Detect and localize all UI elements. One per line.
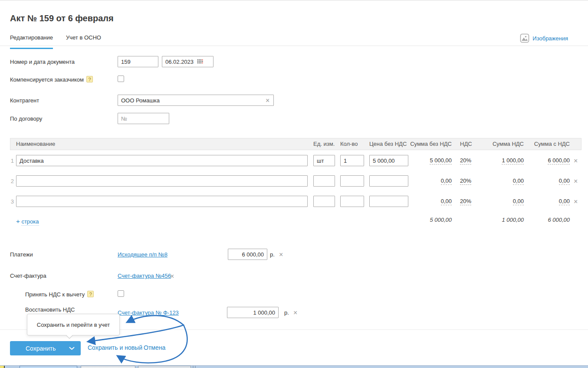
remove-row-icon[interactable]: × bbox=[574, 178, 578, 185]
vat-sum-value[interactable]: 0,00 bbox=[513, 177, 524, 185]
col-header-unit: Ед. изм. bbox=[313, 138, 335, 150]
sum-no-vat-value[interactable]: 0,00 bbox=[441, 198, 452, 205]
vat-deduct-label: Принять НДС к вычету? bbox=[25, 291, 94, 298]
taskbar-start-button[interactable] bbox=[0, 366, 5, 368]
counterparty-input[interactable] bbox=[118, 95, 274, 106]
taskbar-strip bbox=[0, 365, 588, 368]
taskbar-separator bbox=[193, 366, 194, 368]
cancel-link[interactable]: Отмена bbox=[144, 344, 165, 351]
counterparty-label: Контрагент bbox=[10, 97, 39, 104]
sum-with-vat-value[interactable]: 0,00 bbox=[559, 177, 570, 185]
images-button[interactable]: Изображения bbox=[520, 33, 568, 43]
vat-restore-amount-input[interactable] bbox=[227, 307, 279, 318]
add-row-label: строка bbox=[21, 218, 39, 226]
taskbar-separator bbox=[195, 366, 196, 368]
taskbar-app-button[interactable] bbox=[81, 366, 135, 368]
item-unit-input[interactable] bbox=[313, 155, 335, 166]
counterparty-clear-icon[interactable]: × bbox=[266, 97, 269, 104]
sum-no-vat-value[interactable]: 0,00 bbox=[441, 177, 452, 185]
item-price-input[interactable] bbox=[369, 175, 408, 187]
arrow-to-tooltip bbox=[128, 315, 184, 325]
remove-row-icon[interactable]: × bbox=[574, 198, 578, 205]
payments-label: Платежи bbox=[10, 251, 33, 258]
tab-editing[interactable]: Редактирование bbox=[10, 34, 53, 49]
invoice-label: Счет-фактура bbox=[10, 273, 46, 279]
help-icon[interactable]: ? bbox=[86, 76, 93, 82]
taskbar-app-button[interactable] bbox=[20, 366, 77, 368]
total-sum-with-vat: 6 000,00 bbox=[548, 217, 570, 223]
item-unit-input[interactable] bbox=[313, 175, 335, 187]
chevron-down-icon[interactable] bbox=[69, 347, 75, 350]
compensated-checkbox[interactable] bbox=[118, 76, 124, 82]
contract-label: По договору bbox=[10, 115, 42, 122]
plus-icon: + bbox=[16, 217, 20, 225]
vat-sum-value[interactable]: 1 000,00 bbox=[502, 157, 524, 164]
vat-restore-label: Восстановить НДС bbox=[25, 306, 75, 313]
item-name-input[interactable] bbox=[16, 175, 308, 187]
doc-number-label: Номер и дата документа bbox=[10, 59, 75, 65]
image-icon bbox=[520, 33, 529, 43]
calendar-picker-icon[interactable] bbox=[197, 59, 204, 64]
add-row-link[interactable]: + строка bbox=[16, 217, 39, 225]
col-header-price: Цена без НДС bbox=[369, 138, 407, 150]
act-edit-page: Акт № 159 от 6 февраля Редактирование Уч… bbox=[0, 0, 588, 368]
row-number: 2 bbox=[8, 178, 14, 184]
help-icon[interactable]: ? bbox=[87, 291, 94, 297]
sum-with-vat-value[interactable]: 0,00 bbox=[559, 198, 570, 205]
save-dropdown-tooltip[interactable]: Сохранить и перейти в учет bbox=[27, 314, 120, 335]
item-qty-input[interactable] bbox=[340, 155, 364, 166]
sum-with-vat-value[interactable]: 6 000,00 bbox=[548, 157, 570, 164]
payment-doc-link[interactable]: Исходящее п/п №8 bbox=[118, 251, 168, 258]
item-qty-input[interactable] bbox=[340, 175, 364, 187]
tooltip-label: Сохранить и перейти в учет bbox=[37, 322, 110, 328]
taskbar-app-button[interactable] bbox=[138, 366, 191, 368]
remove-row-icon[interactable]: × bbox=[574, 158, 578, 164]
col-header-name: Наименование bbox=[16, 138, 55, 150]
item-qty-input[interactable] bbox=[340, 196, 364, 207]
col-header-vat-sum: Сумма НДС bbox=[493, 138, 524, 150]
payment-amount-input[interactable] bbox=[228, 249, 267, 260]
item-unit-input[interactable] bbox=[313, 196, 335, 207]
vat-restore-doc-link[interactable]: Счет-фактура № Ф-123 bbox=[118, 309, 179, 316]
item-price-input[interactable] bbox=[369, 196, 408, 207]
vat-deduct-label-text: Принять НДС к вычету bbox=[25, 291, 85, 298]
vat-restore-currency-suffix: р. bbox=[284, 309, 289, 316]
payment-remove-icon[interactable]: × bbox=[279, 251, 283, 258]
col-header-qty: Кол-во bbox=[340, 138, 358, 150]
save-and-new-link[interactable]: Сохранить и новый bbox=[88, 344, 142, 351]
item-price-input[interactable] bbox=[369, 155, 408, 166]
vat-restore-remove-icon[interactable]: × bbox=[293, 309, 297, 316]
col-header-sum-no-vat: Сумма без НДС bbox=[410, 138, 452, 150]
payment-currency-suffix: р. bbox=[270, 251, 275, 258]
tabs-divider bbox=[0, 46, 588, 46]
invoice-remove-icon[interactable]: × bbox=[170, 273, 174, 280]
vat-deduct-checkbox[interactable] bbox=[118, 290, 124, 297]
page-title: Акт № 159 от 6 февраля bbox=[10, 13, 114, 23]
total-sum-no-vat: 5 000,00 bbox=[430, 217, 452, 223]
vat-rate-value[interactable]: 20% bbox=[460, 177, 471, 185]
compensated-label: Компенсируется заказчиком? bbox=[10, 76, 93, 83]
row-number: 3 bbox=[8, 198, 14, 205]
contract-input[interactable] bbox=[118, 113, 169, 124]
item-name-input[interactable] bbox=[16, 155, 308, 166]
vat-rate-value[interactable]: 20% bbox=[460, 198, 471, 205]
vat-sum-value[interactable]: 0,00 bbox=[513, 198, 524, 205]
save-button[interactable]: Сохранить bbox=[10, 341, 81, 355]
sum-no-vat-value[interactable]: 5 000,00 bbox=[430, 157, 452, 164]
compensated-label-text: Компенсируется заказчиком bbox=[10, 76, 84, 83]
invoice-doc-link[interactable]: Счет-фактура №456 bbox=[118, 273, 171, 279]
doc-date-input[interactable] bbox=[162, 56, 214, 67]
doc-number-input[interactable] bbox=[118, 56, 158, 67]
images-label: Изображения bbox=[532, 35, 568, 42]
vat-rate-value[interactable]: 20% bbox=[460, 157, 471, 164]
save-button-label: Сохранить bbox=[26, 345, 56, 352]
item-name-input[interactable] bbox=[16, 196, 308, 207]
row-number: 1 bbox=[8, 158, 14, 164]
total-vat-sum: 1 000,00 bbox=[502, 217, 524, 223]
col-header-sum-with-vat: Сумма с НДС bbox=[534, 138, 570, 150]
col-header-vat: НДС bbox=[460, 138, 472, 150]
